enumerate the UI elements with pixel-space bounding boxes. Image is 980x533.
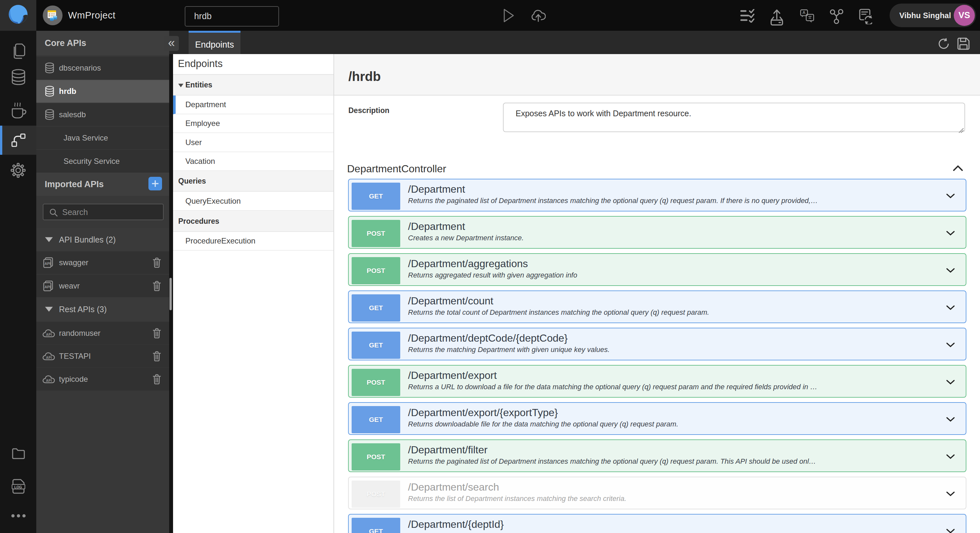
svg-text:API: API: [46, 356, 52, 359]
svg-text:API: API: [46, 379, 52, 382]
svg-text:API: API: [45, 262, 51, 265]
svg-text:LOG: LOG: [14, 485, 22, 489]
svg-text:A: A: [802, 10, 805, 15]
svg-text:API: API: [45, 285, 51, 289]
svg-text:API: API: [46, 333, 52, 336]
